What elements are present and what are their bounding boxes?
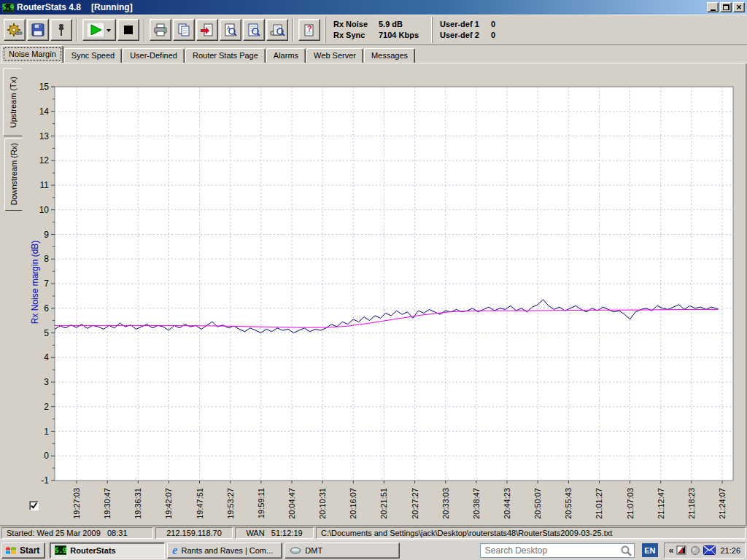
side-tab-upstream[interactable]: Upstream (Tx) (3, 68, 23, 136)
pin-button[interactable] (50, 19, 72, 41)
help-icon: ? (302, 23, 317, 37)
status-ip: 212.159.118.70 (155, 527, 233, 539)
close-icon: × (736, 4, 741, 11)
svg-text:7: 7 (44, 279, 49, 289)
printer-icon (153, 23, 168, 37)
status-bar: Started: Wed 25 Mar 2009 08:31 212.159.1… (0, 526, 747, 540)
tray-mail-icon[interactable] (703, 545, 716, 555)
svg-text:1: 1 (44, 427, 49, 437)
system-tray: « 21:26 (664, 542, 746, 559)
pin-icon (55, 23, 68, 37)
svg-text:19:36:31: 19:36:31 (133, 488, 142, 519)
language-indicator[interactable]: EN (642, 543, 658, 557)
save-icon (31, 23, 45, 37)
start-logging-button[interactable] (82, 19, 116, 41)
svg-text:21:24:07: 21:24:07 (718, 488, 727, 519)
taskbar-item-browser[interactable]: e Rants and Raves | Com... (167, 542, 282, 559)
svg-text:15: 15 (39, 82, 50, 92)
toolbar-separator (144, 18, 145, 42)
view-log-icon (247, 23, 261, 37)
internet-explorer-icon: e (172, 545, 177, 556)
status-started: Started: Wed 25 Mar 2009 08:31 (1, 527, 153, 539)
svg-text:19:59:11: 19:59:11 (257, 488, 266, 518)
restore-icon (723, 4, 729, 10)
settings-button[interactable] (4, 19, 26, 41)
svg-text:19:47:51: 19:47:51 (196, 488, 204, 519)
svg-text:6: 6 (44, 303, 49, 314)
tab-messages[interactable]: Messages (364, 48, 415, 63)
export-button[interactable] (196, 19, 218, 41)
rx-readout-panel: Rx Noise5.9 dB Rx Sync7104 Kbps (325, 17, 427, 43)
copy-button[interactable] (173, 19, 195, 41)
svg-text:0: 0 (44, 451, 49, 461)
tab-sync-speed[interactable]: Sync Speed (64, 48, 122, 63)
tab-noise-margin[interactable]: Noise Margin (1, 45, 63, 63)
svg-text:19:53:27: 19:53:27 (226, 488, 235, 519)
restore-button[interactable] (720, 2, 732, 12)
side-tab-downstream[interactable]: Downstream (Rx) (4, 138, 23, 211)
svg-text:Rx Noise margin (dB): Rx Noise margin (dB) (30, 241, 40, 324)
dmt-app-icon (290, 547, 301, 554)
autoscale-checkbox[interactable] (29, 501, 39, 510)
svg-text:13: 13 (39, 131, 50, 141)
status-log-file-path: C:\Documents and Settings\jack\Desktop\r… (316, 527, 746, 539)
search-input[interactable] (485, 545, 619, 556)
svg-text:10: 10 (39, 205, 50, 215)
desktop-search-box (480, 543, 635, 558)
userdef1-label: User-def 1 (440, 19, 491, 30)
search-icon[interactable] (619, 545, 632, 556)
play-icon (87, 23, 112, 37)
toolbar-separator (77, 18, 78, 42)
svg-text:21:01:27: 21:01:27 (595, 488, 603, 519)
userdef-readout-panel: User-def 10 User-def 20 (432, 17, 744, 43)
help-button[interactable]: ? (298, 19, 320, 41)
svg-text:12: 12 (39, 155, 50, 166)
tab-alarms[interactable]: Alarms (266, 48, 306, 63)
routerstats-window: 5.9 RouterStats 4.8 [Running] × (0, 0, 747, 560)
tab-user-defined[interactable]: User-Defined (123, 48, 185, 63)
taskbar-clock: 21:26 (720, 546, 740, 555)
save-button[interactable] (27, 19, 49, 41)
toolbar: A ? Rx Noise5.9 dB Rx Sync7104 Kbps User… (0, 15, 747, 45)
start-label: Start (20, 545, 39, 556)
view-device-button[interactable] (266, 19, 288, 41)
svg-text:20:21:51: 20:21:51 (379, 488, 388, 519)
rx-noise-label: Rx Noise (333, 19, 379, 30)
tab-strip: Noise Margin Sync Speed User-Defined Rou… (1, 45, 416, 63)
start-button[interactable]: Start (1, 542, 45, 559)
window-title: RouterStats 4.8 (17, 2, 81, 12)
svg-text:19:42:07: 19:42:07 (164, 488, 173, 519)
svg-text:?: ? (307, 24, 312, 33)
rx-sync-value: 7104 Kbps (379, 30, 419, 41)
tab-web-server[interactable]: Web Server (306, 48, 363, 63)
tab-router-stats-page[interactable]: Router Stats Page (185, 48, 266, 63)
taskbar-item-routerstats[interactable]: 5.9 RouterStats (50, 542, 165, 559)
svg-text:20:55:43: 20:55:43 (564, 488, 573, 519)
minimize-button[interactable] (707, 2, 719, 12)
tray-alert-icon[interactable] (676, 545, 687, 556)
noise-chart: -1012345678910111213141519:27:0319:30:47… (0, 63, 747, 527)
svg-text:21:18:23: 21:18:23 (687, 488, 696, 519)
svg-text:21:12:47: 21:12:47 (657, 488, 665, 519)
preview-button[interactable]: A (220, 19, 241, 41)
stop-logging-button[interactable] (117, 19, 139, 41)
close-button[interactable]: × (733, 2, 745, 12)
svg-text:4: 4 (44, 352, 49, 362)
view-device-icon (269, 23, 285, 37)
taskbar-item-dmt[interactable]: DMT (285, 542, 400, 559)
tray-expand-icon[interactable]: « (669, 545, 674, 556)
routerstats-task-icon: 5.9 (55, 545, 66, 555)
view-log-button[interactable] (243, 19, 265, 41)
tray-update-icon[interactable] (690, 545, 700, 556)
preview-icon: A (223, 23, 238, 37)
svg-text:20:10:31: 20:10:31 (318, 488, 327, 519)
svg-text:20:04:47: 20:04:47 (287, 488, 296, 519)
print-button[interactable] (150, 19, 171, 41)
svg-text:3: 3 (44, 377, 49, 387)
app-icon: 5.9 (2, 3, 14, 12)
svg-text:20:16:07: 20:16:07 (349, 488, 357, 519)
svg-text:19:27:03: 19:27:03 (72, 488, 81, 519)
svg-text:14: 14 (39, 106, 50, 117)
svg-text:5: 5 (44, 328, 49, 338)
noise-margin-page: -1012345678910111213141519:27:0319:30:47… (0, 63, 747, 526)
